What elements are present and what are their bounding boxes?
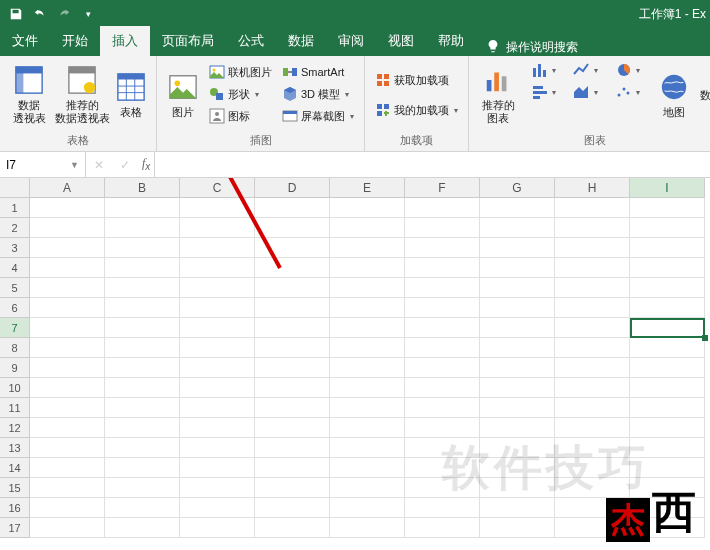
cell[interactable] <box>330 298 405 318</box>
cell[interactable] <box>255 238 330 258</box>
cell[interactable] <box>330 518 405 538</box>
online-pictures-button[interactable]: 联机图片 <box>205 61 276 83</box>
cell[interactable] <box>180 518 255 538</box>
cell[interactable] <box>105 478 180 498</box>
cell[interactable] <box>330 238 405 258</box>
row-header-9[interactable]: 9 <box>0 358 30 378</box>
cell[interactable] <box>480 258 555 278</box>
cell[interactable] <box>480 238 555 258</box>
redo-icon[interactable] <box>52 2 76 26</box>
cell[interactable] <box>480 418 555 438</box>
row-header-14[interactable]: 14 <box>0 458 30 478</box>
cell[interactable] <box>30 378 105 398</box>
tab-view[interactable]: 视图 <box>376 26 426 56</box>
column-header-F[interactable]: F <box>405 178 480 198</box>
cell[interactable] <box>180 338 255 358</box>
cell[interactable] <box>180 238 255 258</box>
tab-review[interactable]: 审阅 <box>326 26 376 56</box>
cell[interactable] <box>330 458 405 478</box>
cell[interactable] <box>30 318 105 338</box>
cell[interactable] <box>105 378 180 398</box>
cell[interactable] <box>405 418 480 438</box>
cell[interactable] <box>480 358 555 378</box>
cell[interactable] <box>105 498 180 518</box>
cell[interactable] <box>180 498 255 518</box>
cell[interactable] <box>105 298 180 318</box>
cell[interactable] <box>330 258 405 278</box>
screenshot-button[interactable]: 屏幕截图▾ <box>278 105 358 127</box>
cell[interactable] <box>330 358 405 378</box>
cell[interactable] <box>180 418 255 438</box>
tab-data[interactable]: 数据 <box>276 26 326 56</box>
cell[interactable] <box>30 238 105 258</box>
cell[interactable] <box>555 378 630 398</box>
cell[interactable] <box>255 198 330 218</box>
cell[interactable] <box>105 218 180 238</box>
cell[interactable] <box>255 498 330 518</box>
row-header-5[interactable]: 5 <box>0 278 30 298</box>
cell[interactable] <box>555 258 630 278</box>
row-header-13[interactable]: 13 <box>0 438 30 458</box>
3d-model-button[interactable]: 3D 模型▾ <box>278 83 358 105</box>
cell[interactable] <box>480 338 555 358</box>
cell[interactable] <box>30 218 105 238</box>
cell[interactable] <box>555 198 630 218</box>
cell[interactable] <box>255 478 330 498</box>
cell[interactable] <box>105 238 180 258</box>
name-box-dropdown-icon[interactable]: ▼ <box>70 160 79 170</box>
cell[interactable] <box>480 518 555 538</box>
cell[interactable] <box>255 338 330 358</box>
row-header-4[interactable]: 4 <box>0 258 30 278</box>
cell[interactable] <box>405 398 480 418</box>
enter-formula-button[interactable]: ✓ <box>112 152 138 177</box>
chart-area-button[interactable]: ▾ <box>567 83 603 101</box>
cell[interactable] <box>630 378 705 398</box>
tab-layout[interactable]: 页面布局 <box>150 26 226 56</box>
my-addins-button[interactable]: 我的加载项▾ <box>371 99 462 121</box>
smartart-button[interactable]: SmartArt <box>278 61 358 83</box>
recommended-pivot-button[interactable]: 推荐的 数据透视表 <box>54 59 110 129</box>
icons-button[interactable]: 图标 <box>205 105 276 127</box>
tab-home[interactable]: 开始 <box>50 26 100 56</box>
cell[interactable] <box>555 298 630 318</box>
cell[interactable] <box>630 218 705 238</box>
tab-insert[interactable]: 插入 <box>100 26 150 56</box>
cell[interactable] <box>105 338 180 358</box>
cell[interactable] <box>330 338 405 358</box>
cell[interactable] <box>405 378 480 398</box>
cell[interactable] <box>405 518 480 538</box>
cell[interactable] <box>630 198 705 218</box>
cell[interactable] <box>105 418 180 438</box>
cell[interactable] <box>630 298 705 318</box>
cell[interactable] <box>180 398 255 418</box>
cell[interactable] <box>30 278 105 298</box>
cell[interactable] <box>180 438 255 458</box>
pivot-chart-button[interactable]: 数 <box>695 59 710 129</box>
cell[interactable] <box>555 238 630 258</box>
cell[interactable] <box>255 518 330 538</box>
name-box[interactable]: ▼ <box>0 152 86 177</box>
cell[interactable] <box>30 438 105 458</box>
row-header-1[interactable]: 1 <box>0 198 30 218</box>
cell[interactable] <box>255 218 330 238</box>
cell[interactable] <box>405 338 480 358</box>
column-header-B[interactable]: B <box>105 178 180 198</box>
undo-icon[interactable] <box>28 2 52 26</box>
chart-column-button[interactable]: ▾ <box>525 61 561 79</box>
row-header-16[interactable]: 16 <box>0 498 30 518</box>
cell[interactable] <box>630 338 705 358</box>
column-header-I[interactable]: I <box>630 178 705 198</box>
cell[interactable] <box>30 198 105 218</box>
cell[interactable] <box>255 278 330 298</box>
fx-icon[interactable]: fx <box>138 156 154 172</box>
cell[interactable] <box>330 498 405 518</box>
pictures-button[interactable]: 图片 <box>163 59 203 129</box>
pivot-table-button[interactable]: 数据 透视表 <box>6 59 52 129</box>
column-header-E[interactable]: E <box>330 178 405 198</box>
cell[interactable] <box>255 418 330 438</box>
get-addins-button[interactable]: 获取加载项 <box>371 69 462 91</box>
cell[interactable] <box>180 278 255 298</box>
name-box-input[interactable] <box>6 158 66 172</box>
cell[interactable] <box>330 278 405 298</box>
cell[interactable] <box>330 478 405 498</box>
